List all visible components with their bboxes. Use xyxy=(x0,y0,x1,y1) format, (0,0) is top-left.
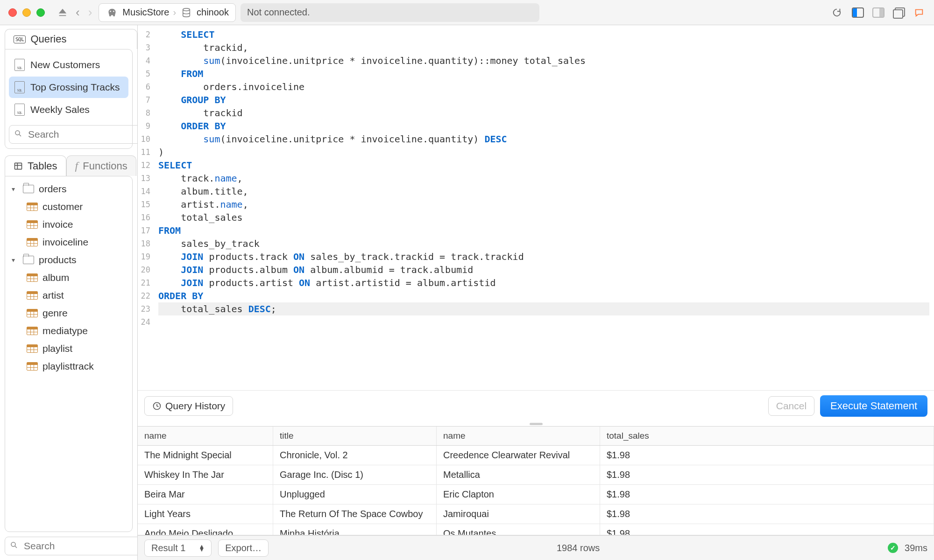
tables-tab[interactable]: Tables xyxy=(5,155,66,176)
table-cell: Eric Clapton xyxy=(437,485,600,504)
function-tab-icon: f xyxy=(75,160,78,172)
table-cell: The Return Of The Space Cowboy xyxy=(273,504,437,524)
table-name: album xyxy=(42,272,69,283)
line-gutter: 23456789101112131415161718192021222324 xyxy=(138,25,154,390)
toggle-left-panel-button[interactable] xyxy=(852,7,864,18)
execute-label: Execute Statement xyxy=(830,400,917,412)
table-icon xyxy=(27,327,38,335)
close-window-button[interactable] xyxy=(8,8,17,17)
column-header[interactable]: name xyxy=(437,427,600,445)
results-body[interactable]: The Midnight SpecialChronicle, Vol. 2Cre… xyxy=(138,446,934,535)
table-item[interactable]: mediatype xyxy=(7,322,130,340)
query-item[interactable]: New Customers xyxy=(9,54,128,76)
queries-panel: New CustomersTop Grossing TracksWeekly S… xyxy=(5,49,133,149)
schema-name: orders xyxy=(39,183,67,195)
table-name: mediatype xyxy=(42,325,88,336)
query-item[interactable]: Top Grossing Tracks xyxy=(9,77,128,98)
toggle-right-panel-button[interactable] xyxy=(872,7,884,18)
execute-statement-button[interactable]: Execute Statement xyxy=(820,395,927,417)
schema-search-input[interactable] xyxy=(23,540,147,552)
table-cell: The Midnight Special xyxy=(138,446,273,465)
table-row[interactable]: Whiskey In The JarGarage Inc. (Disc 1)Me… xyxy=(138,465,934,485)
table-icon xyxy=(27,362,38,371)
refresh-button[interactable] xyxy=(830,6,843,19)
code-area[interactable]: SELECT trackid, sum(invoiceline.unitpric… xyxy=(154,25,934,390)
table-name: genre xyxy=(42,308,68,319)
table-item[interactable]: genre xyxy=(7,304,130,322)
schema-item[interactable]: ▾orders xyxy=(7,180,130,198)
table-item[interactable]: playlisttrack xyxy=(7,357,130,375)
breadcrumb-database: chinook xyxy=(197,7,229,18)
svg-point-3 xyxy=(11,542,15,546)
breadcrumb-workspace: MusicStore xyxy=(122,7,169,18)
connection-status[interactable]: Not connected. xyxy=(241,3,539,22)
breadcrumb[interactable]: MusicStore › chinook xyxy=(99,3,236,22)
table-icon xyxy=(27,291,38,300)
table-cell: Ando Meio Desligado xyxy=(138,524,273,535)
table-item[interactable]: customer xyxy=(7,198,130,216)
export-button[interactable]: Export… xyxy=(218,539,269,557)
window-controls xyxy=(8,8,45,17)
column-header[interactable]: title xyxy=(273,427,437,445)
table-name: invoiceline xyxy=(42,237,88,248)
eject-icon[interactable] xyxy=(56,6,69,19)
zoom-window-button[interactable] xyxy=(36,8,45,17)
table-row[interactable]: Ando Meio DesligadoMinha HistóriaOs Muta… xyxy=(138,524,934,535)
table-cell: Garage Inc. (Disc 1) xyxy=(273,465,437,484)
sql-file-icon xyxy=(14,59,25,71)
table-cell: $1.98 xyxy=(600,504,934,524)
sql-file-icon xyxy=(14,81,25,93)
functions-tab[interactable]: f Functions xyxy=(66,155,136,176)
table-cell: $1.98 xyxy=(600,465,934,484)
success-icon: ✓ xyxy=(888,543,898,553)
table-cell: $1.98 xyxy=(600,485,934,504)
table-icon xyxy=(27,203,38,211)
window-list-button[interactable] xyxy=(893,7,904,18)
query-item[interactable]: Weekly Sales xyxy=(9,99,128,120)
table-cell: Minha História xyxy=(273,524,437,535)
table-cell: $1.98 xyxy=(600,446,934,465)
schema-search[interactable] xyxy=(5,537,152,555)
svg-rect-2 xyxy=(15,163,22,169)
table-row[interactable]: The Midnight SpecialChronicle, Vol. 2Cre… xyxy=(138,446,934,465)
table-cell: Os Mutantes xyxy=(437,524,600,535)
workspace-icon xyxy=(106,6,119,19)
results-resize-handle[interactable] xyxy=(138,421,934,426)
table-row[interactable]: Beira MarUnpluggedEric Clapton$1.98 xyxy=(138,485,934,504)
table-icon xyxy=(27,273,38,282)
table-item[interactable]: artist xyxy=(7,287,130,304)
table-name: playlisttrack xyxy=(42,361,94,372)
table-item[interactable]: invoice xyxy=(7,216,130,233)
connection-status-text: Not connected. xyxy=(247,7,310,18)
query-history-button[interactable]: Query History xyxy=(144,396,233,416)
column-header[interactable]: name xyxy=(138,427,273,445)
svg-point-1 xyxy=(15,131,20,135)
sql-badge-icon: SQL xyxy=(14,35,26,43)
table-item[interactable]: album xyxy=(7,269,130,287)
cancel-label: Cancel xyxy=(776,400,807,412)
feedback-button[interactable] xyxy=(913,6,926,19)
table-item[interactable]: playlist xyxy=(7,340,130,357)
query-search[interactable] xyxy=(9,125,156,144)
table-cell: Jamiroquai xyxy=(437,504,600,524)
nav-back-button[interactable]: ‹ xyxy=(74,5,82,20)
cancel-button[interactable]: Cancel xyxy=(768,396,814,416)
table-item[interactable]: invoiceline xyxy=(7,233,130,251)
sql-editor[interactable]: 23456789101112131415161718192021222324 S… xyxy=(138,25,934,390)
table-row[interactable]: Light YearsThe Return Of The Space Cowbo… xyxy=(138,504,934,524)
chevron-down-icon: ▾ xyxy=(12,256,18,264)
chevron-down-icon: ▾ xyxy=(12,185,18,193)
query-item-label: New Customers xyxy=(30,59,100,70)
query-search-input[interactable] xyxy=(27,128,151,140)
query-item-label: Weekly Sales xyxy=(30,104,90,115)
query-history-label: Query History xyxy=(165,400,225,412)
result-selector[interactable]: Result 1 ▲▼ xyxy=(144,539,212,557)
table-cell: Whiskey In The Jar xyxy=(138,465,273,484)
schema-item[interactable]: ▾products xyxy=(7,251,130,269)
minimize-window-button[interactable] xyxy=(22,8,31,17)
sql-file-icon xyxy=(14,104,25,116)
queries-tab[interactable]: SQL Queries xyxy=(5,29,137,49)
column-header[interactable]: total_sales xyxy=(600,427,934,445)
table-tab-icon xyxy=(14,161,23,171)
nav-forward-button[interactable]: › xyxy=(86,5,94,20)
